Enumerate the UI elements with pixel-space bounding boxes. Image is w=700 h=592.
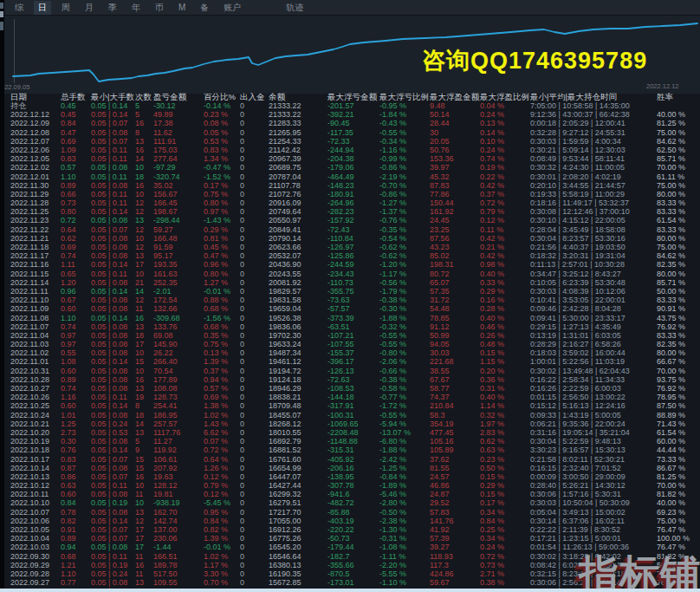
table-row[interactable]: 2022.11.081.100.05 | 0.1416-309.68-1.56 …	[0, 314, 700, 322]
tab-币[interactable]: 币	[151, 1, 168, 15]
cell: 21254.33	[269, 137, 327, 146]
table-row[interactable]: 2022.12.080.470.05 | 0.08811.620.05 %021…	[0, 128, 700, 137]
cell: 18	[135, 331, 153, 340]
column-header: 最大浮盈金额	[430, 92, 480, 101]
table-row[interactable]: 2022.11.220.640.05 | 0.071259.270.29 %02…	[0, 225, 700, 234]
table-row[interactable]: 2022.12.050.830.05 | 0.1114277.641.34 %0…	[0, 154, 700, 163]
table-row[interactable]: 2022.11.180.690.05 | 0.081291.590.45 %02…	[0, 243, 700, 251]
table-row[interactable]: 2022.11.230.720.05 | 0.0813-298.44-1.43 …	[0, 216, 700, 224]
table-row[interactable]: 2022.10.050.910.05 | 0.0717137.000.82 %0…	[0, 525, 700, 534]
table-row[interactable]: 2022.11.141.200.05 | 0.0821252.351.27 %0…	[0, 278, 700, 287]
cell: 0.42 %	[480, 234, 530, 243]
cell: 0.96	[61, 287, 91, 296]
cell: 2022.11.07	[10, 322, 61, 331]
table-row[interactable]: 2022.11.030.970.05 | 0.0817145.900.75 %0…	[0, 340, 700, 348]
cell: 88.89 %	[657, 411, 700, 420]
table-row[interactable]: 2022.11.020.550.05 | 0.081026.220.13 %01…	[0, 348, 700, 357]
cell: 40.00 %	[657, 498, 700, 507]
cell: 0	[240, 243, 269, 251]
cell: 0:30:10 | 4:15:12 | 22:00:05	[530, 216, 657, 224]
cell: 10	[135, 348, 153, 357]
table-row[interactable]: 2022.10.211.250.05 | 0.2414257.571.43 %0…	[0, 420, 700, 428]
cell: 20243.55	[269, 270, 327, 278]
table-row[interactable]: 2022.10.190.300.05 | 0.08511.270.07 %016…	[0, 437, 700, 446]
table-row[interactable]: 2022.10.202.730.05 | 0.53131117.766.62 %…	[0, 428, 700, 437]
table-row[interactable]: 2022.10.100.840.05 | 0.1910-938.19-5.45 …	[0, 498, 700, 507]
table-row[interactable]: 2022.10.040.890.05 | 0.0717230.061.39 %0…	[0, 534, 700, 543]
table-row[interactable]: 2022.10.110.600.05 | 0.081119.810.12 %01…	[0, 490, 700, 498]
cell: 0.05 | 0.08	[91, 216, 135, 224]
cell: 0	[240, 481, 269, 490]
table-row[interactable]: 2022.10.120.630.05 | 0.1110128.120.79 %0…	[0, 481, 700, 490]
table-row[interactable]: 2022.10.070.780.05 | 0.0813162.700.95 %0…	[0, 508, 700, 517]
tab-季[interactable]: 季	[104, 1, 121, 15]
cell: 11.27	[153, 437, 204, 446]
cell: 0:17:21 | 1:23:15 | 5:00:01	[530, 534, 657, 543]
table-row[interactable]: 2022.10.310.600.05 | 0.081070.540.37 %01…	[0, 367, 700, 375]
table-row[interactable]: 2022.11.100.670.05 | 0.0812172.540.88 %0…	[0, 296, 700, 304]
cell: 21142.42	[269, 146, 327, 154]
cell: 0.05 | 0.14	[91, 207, 135, 216]
tab-综[interactable]: 综	[10, 1, 28, 15]
table-row[interactable]: 2022.10.241.010.05 | 0.0818186.951.02 %0…	[0, 411, 700, 420]
table-row[interactable]: 2022.10.130.860.05 | 0.071619.630.12 %01…	[0, 472, 700, 481]
table-row[interactable]: 2022.11.070.740.05 | 0.0813133.760.68 %0…	[0, 322, 700, 331]
tab-日[interactable]: 日	[34, 1, 51, 15]
table-row[interactable]: 2022.11.210.620.05 | 0.0810166.480.81 %0…	[0, 234, 700, 243]
cell: -403.19	[327, 517, 379, 525]
cell: 0.46 %	[480, 322, 530, 331]
cell: 0	[240, 260, 269, 269]
table-row[interactable]: 2022.11.170.740.05 | 0.081395.170.47 %02…	[0, 251, 700, 260]
tab-月[interactable]: 月	[81, 1, 98, 15]
table-row[interactable]: 2022.11.290.660.05 | 0.1110156.670.75 %0…	[0, 190, 700, 198]
table-row[interactable]: 2022.12.020.570.05 | 0.0810-97.29-0.47 %…	[0, 163, 700, 172]
cell: -2.19 %	[379, 172, 430, 181]
table-row[interactable]: 2022.11.161.110.05 | 0.1417193.350.96 %0…	[0, 260, 700, 269]
table-row[interactable]: 2022.11.090.600.05 | 0.0811132.660.68 %0…	[0, 304, 700, 313]
table-row[interactable]: 2022.10.270.740.05 | 0.0813108.080.57 %0…	[0, 384, 700, 393]
table-row[interactable]: 2022.11.011.080.05 | 0.1415266.401.39 %0…	[0, 357, 700, 366]
table-row[interactable]: 2022.12.061.090.05 | 0.1116175.030.83 %0…	[0, 146, 700, 154]
table-row[interactable]: 2022.11.150.650.05 | 0.1110161.630.80 %0…	[0, 270, 700, 278]
table-row[interactable]: 2022.12.090.840.05 | 0.071617.380.08 %02…	[0, 119, 700, 127]
cell: 2022.10.25	[10, 401, 61, 410]
table-row[interactable]: 2022.12.011.100.05 | 0.1118-320.74-1.52 …	[0, 172, 700, 181]
cell: 2022.12.09	[10, 119, 61, 127]
table-row[interactable]: 2022.11.110.960.05 | 0.1414-2.01-0.01 %0…	[0, 287, 700, 296]
table-row[interactable]: 2022.12.120.450.05 | 0.14549.890.23 %021…	[0, 110, 700, 119]
cell: -405.92	[327, 455, 379, 464]
cell: 57.83	[430, 508, 480, 517]
cell: 1.09	[61, 146, 91, 154]
cell: 16447.07	[269, 472, 327, 481]
table-row[interactable]: 2022.10.060.820.05 | 0.1412142.740.84 %0…	[0, 517, 700, 525]
table-row[interactable]: 2022.11.040.970.05 | 0.081869.080.35 %01…	[0, 331, 700, 340]
table-row[interactable]: 2022.10.261.160.05 | 0.1119128.730.69 %0…	[0, 393, 700, 401]
window-bottom-edge	[0, 589, 700, 592]
tab-备[interactable]: 备	[196, 1, 213, 15]
column-header: 总手数	[61, 92, 91, 101]
table-row[interactable]: 2022.10.250.600.05 | 0.148254.411.38 %01…	[0, 401, 700, 410]
table-row[interactable]: 2022.12.070.690.05 | 0.0713111.910.53 %0…	[0, 137, 700, 146]
table-row[interactable]: 2022.10.140.870.05 | 0.0815207.921.26 %0…	[0, 464, 700, 472]
tab-M[interactable]: M	[174, 1, 190, 15]
cell: 0.05 | 0.14	[91, 110, 135, 119]
cell: -307.78	[327, 481, 379, 490]
cell: 0.05 | 0.08	[91, 508, 135, 517]
cell: 10	[135, 367, 153, 375]
tab-年[interactable]: 年	[127, 1, 145, 15]
table-row[interactable]: 2022.10.280.890.05 | 0.0816177.890.94 %0…	[0, 375, 700, 384]
cell: 0.84	[61, 498, 91, 507]
table-row[interactable]: 2022.11.280.730.05 | 0.1112166.450.80 %0…	[0, 198, 700, 207]
table-row[interactable]: 持仓0.450.05 | 0.145-30.12-0.14 %021333.22…	[0, 101, 700, 110]
tab-轨迹[interactable]: 轨迹	[282, 1, 308, 15]
tab-周[interactable]: 周	[57, 1, 75, 15]
cell: 18	[135, 411, 153, 420]
table-row[interactable]: 2022.10.180.760.05 | 0.149119.920.72 %01…	[0, 446, 700, 454]
cell: -0.62 %	[379, 243, 430, 251]
tab-账户[interactable]: 账户	[219, 1, 245, 15]
table-row[interactable]: 2022.11.250.800.05 | 0.1412198.670.97 %0…	[0, 207, 700, 216]
table-row[interactable]: 2022.11.300.890.05 | 0.081635.020.17 %02…	[0, 181, 700, 190]
table-row[interactable]: 2022.10.170.830.05 | 0.0715106.610.64 %0…	[0, 455, 700, 464]
cell: 0.05 | 0.11	[91, 270, 135, 278]
cell: -1.79 %	[379, 287, 430, 296]
